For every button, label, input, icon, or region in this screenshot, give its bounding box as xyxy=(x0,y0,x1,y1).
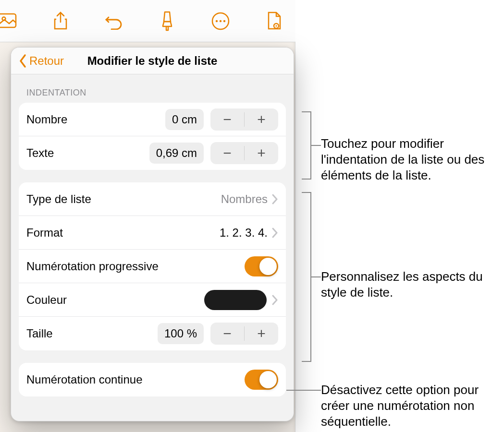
nombre-label: Nombre xyxy=(26,113,67,126)
edit-list-style-popover: Retour Modifier le style de liste INDENT… xyxy=(11,47,294,421)
taille-value[interactable]: 100 % xyxy=(158,323,204,344)
chevron-right-icon xyxy=(271,228,278,238)
indentation-card: Nombre 0 cm − + Texte 0,69 cm − + xyxy=(19,103,286,170)
format-value: 1. 2. 3. 4. xyxy=(220,226,268,240)
nombre-plus[interactable]: + xyxy=(245,108,278,131)
undo-icon[interactable] xyxy=(104,12,123,31)
row-format[interactable]: Format 1. 2. 3. 4. xyxy=(19,216,286,250)
back-button[interactable]: Retour xyxy=(19,54,64,68)
row-nombre: Nombre 0 cm − + xyxy=(19,103,286,136)
document-icon[interactable] xyxy=(264,12,283,31)
taille-label: Taille xyxy=(26,327,53,340)
svg-point-5 xyxy=(223,20,225,22)
nombre-stepper: − + xyxy=(210,108,278,131)
row-progressive: Numérotation progressive xyxy=(19,250,286,283)
row-couleur[interactable]: Couleur xyxy=(19,283,286,317)
image-icon[interactable] xyxy=(0,12,17,31)
chevron-right-icon xyxy=(271,295,278,305)
brush-icon[interactable] xyxy=(158,12,177,31)
callout-indentation: Touchez pour modifier l'indentation de l… xyxy=(321,136,504,183)
row-type[interactable]: Type de liste Nombres xyxy=(19,182,286,216)
chevron-right-icon xyxy=(271,194,278,204)
more-icon[interactable] xyxy=(211,12,230,31)
texte-stepper: − + xyxy=(210,142,278,164)
nombre-minus[interactable]: − xyxy=(210,108,244,131)
callout-bracket-indentation xyxy=(302,111,311,180)
style-card: Type de liste Nombres Format 1. 2. 3. 4.… xyxy=(19,182,286,350)
progressive-toggle[interactable] xyxy=(245,256,278,276)
continue-label: Numérotation continue xyxy=(26,373,142,386)
couleur-label: Couleur xyxy=(26,293,67,307)
texte-value[interactable]: 0,69 cm xyxy=(149,143,204,164)
callout-aspects: Personnalisez les aspects du style de li… xyxy=(321,269,504,300)
popover-header: Retour Modifier le style de liste xyxy=(11,48,294,74)
format-label: Format xyxy=(26,226,63,240)
texte-plus[interactable]: + xyxy=(245,142,278,164)
row-texte: Texte 0,69 cm − + xyxy=(19,136,286,170)
back-label: Retour xyxy=(29,54,64,68)
svg-point-3 xyxy=(216,20,218,22)
texte-label: Texte xyxy=(26,146,54,160)
svg-point-7 xyxy=(275,25,277,26)
texte-minus[interactable]: − xyxy=(210,142,244,164)
type-value: Nombres xyxy=(221,192,268,206)
nombre-value[interactable]: 0 cm xyxy=(165,109,204,130)
progressive-label: Numérotation progressive xyxy=(26,260,159,273)
callouts: Touchez pour modifier l'indentation de l… xyxy=(302,0,504,432)
continue-toggle[interactable] xyxy=(245,370,278,390)
callout-bracket-aspects xyxy=(302,192,311,362)
taille-minus[interactable]: − xyxy=(210,323,244,345)
type-label: Type de liste xyxy=(26,192,91,206)
row-taille: Taille 100 % − + xyxy=(19,317,286,350)
share-icon[interactable] xyxy=(51,12,70,31)
taille-plus[interactable]: + xyxy=(245,323,278,345)
toolbar xyxy=(0,0,295,42)
svg-point-4 xyxy=(220,20,221,22)
callout-continue: Désactivez cette option pour créer une n… xyxy=(321,382,504,430)
row-continue: Numérotation continue xyxy=(19,363,286,396)
couleur-swatch[interactable] xyxy=(204,290,267,310)
taille-stepper: − + xyxy=(210,323,278,345)
continue-card: Numérotation continue xyxy=(19,363,286,396)
indentation-header: INDENTATION xyxy=(11,74,294,103)
